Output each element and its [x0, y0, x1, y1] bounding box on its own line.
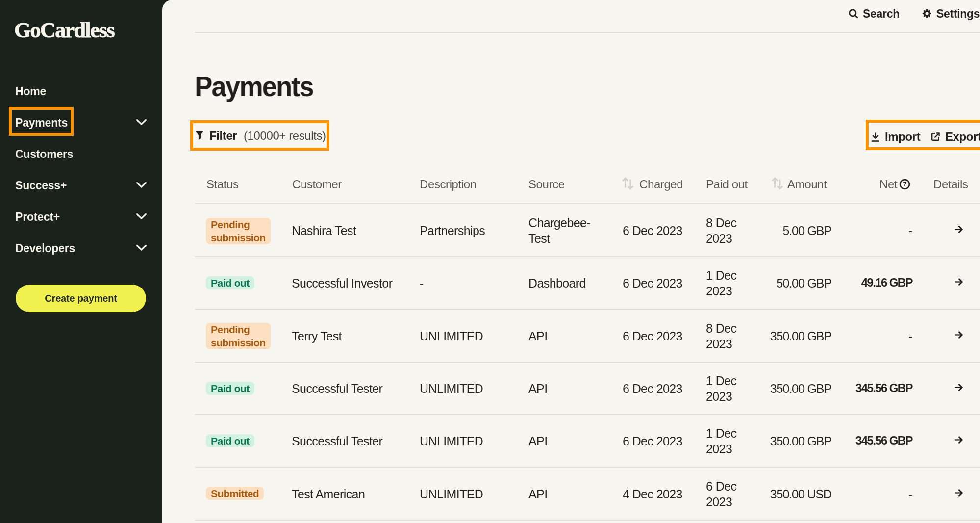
svg-text:?: ? — [903, 180, 907, 188]
